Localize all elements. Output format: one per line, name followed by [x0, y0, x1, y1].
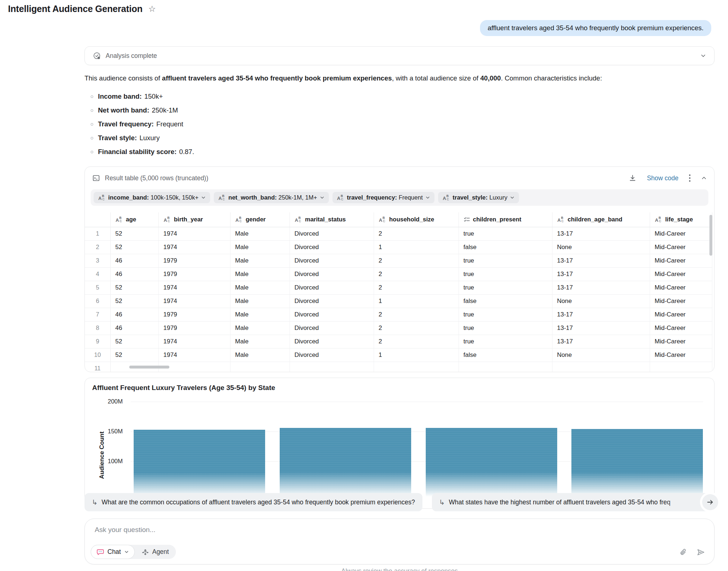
- row-number-cell: 9: [85, 335, 110, 348]
- table-header-row: ABCageABCbirth_yearABCgenderABCmarital_s…: [85, 212, 712, 227]
- gridline: [131, 402, 703, 402]
- filter-chip-travel_style[interactable]: ABCtravel_style: Luxury: [438, 192, 519, 203]
- attachment-paperclip-icon[interactable]: [679, 548, 688, 556]
- y-axis-tick: 200M: [97, 398, 123, 405]
- table-cell: 13-17: [552, 254, 650, 267]
- collapse-chevron-up-icon[interactable]: [701, 175, 707, 181]
- text-type-icon: ABC: [379, 216, 386, 223]
- agent-mode-label: Agent: [152, 548, 169, 556]
- result-table-card: Result table (5,000 rows (truncated)) Sh…: [84, 166, 715, 372]
- chat-mode-label: Chat: [107, 548, 121, 556]
- table-cell: [650, 362, 712, 372]
- horizontal-scrollbar[interactable]: [129, 366, 169, 369]
- text-type-icon: ABC: [655, 216, 662, 223]
- table-cell: true: [459, 321, 552, 335]
- table-row: 5521974MaleDivorced2true13-17Mid-Career: [85, 281, 712, 294]
- scroll-suggestions-right-button[interactable]: [702, 494, 718, 510]
- table-cell: 52: [110, 240, 158, 254]
- suggested-question-chip[interactable]: ↳What states have the highest number of …: [432, 493, 715, 511]
- row-number-cell: 7: [85, 308, 110, 321]
- bullet-icon: [91, 137, 93, 139]
- text-type-icon: ABC: [98, 194, 106, 201]
- table-cell: Divorced: [290, 254, 374, 267]
- chevron-down-icon[interactable]: [700, 53, 706, 59]
- bullet-icon: [91, 109, 93, 112]
- agent-mode-button[interactable]: Agent: [135, 548, 176, 556]
- column-header-age[interactable]: ABCage: [110, 212, 158, 227]
- table-cell: [290, 362, 374, 372]
- row-number-cell: 6: [85, 294, 110, 308]
- table-cell: Male: [230, 254, 290, 267]
- download-icon[interactable]: [629, 174, 637, 182]
- table-cell: 46: [110, 254, 158, 267]
- table-cell: Male: [230, 294, 290, 308]
- suggested-question-chip[interactable]: ↳What are the common occupations of affl…: [84, 493, 422, 511]
- table-cell: 1974: [158, 227, 230, 240]
- text-type-icon: ABC: [218, 194, 226, 201]
- row-number-cell: 8: [85, 321, 110, 335]
- state-bar[interactable]: [571, 429, 703, 499]
- table-cell: Divorced: [290, 335, 374, 348]
- column-header-life_stage[interactable]: ABClife_stage: [650, 212, 712, 227]
- characteristic-item: Net worth band:250k-1M: [84, 103, 715, 117]
- check-circle-icon: [93, 52, 101, 60]
- chart-title: Affluent Frequent Luxury Travelers (Age …: [92, 384, 275, 392]
- question-input[interactable]: [94, 525, 567, 534]
- table-cell: Mid-Career: [650, 240, 712, 254]
- column-header-marital_status[interactable]: ABCmarital_status: [290, 212, 374, 227]
- send-icon[interactable]: [696, 548, 705, 557]
- analysis-status-bar[interactable]: Analysis complete: [84, 46, 715, 65]
- table-row: 3461979MaleDivorced2true13-17Mid-Career: [85, 254, 712, 267]
- column-header-birth_year[interactable]: ABCbirth_year: [158, 212, 230, 227]
- table-cell: Mid-Career: [650, 254, 712, 267]
- row-number-cell: 3: [85, 254, 110, 267]
- chat-mode-button[interactable]: Chat: [91, 545, 135, 559]
- show-code-button[interactable]: Show code: [647, 174, 678, 182]
- table-cell: Male: [230, 348, 290, 362]
- column-header-children_present[interactable]: children_present: [459, 212, 552, 227]
- table-cell: Mid-Career: [650, 308, 712, 321]
- table-cell: 2: [374, 321, 459, 335]
- table-cell: Male: [230, 335, 290, 348]
- table-row: 7461979MaleDivorced2true13-17Mid-Career: [85, 308, 712, 321]
- column-header-household_size[interactable]: ABChousehold_size: [374, 212, 459, 227]
- column-header-gender[interactable]: ABCgender: [230, 212, 290, 227]
- result-table-header: Result table (5,000 rows (truncated)) Sh…: [85, 167, 714, 189]
- vertical-scrollbar[interactable]: [709, 215, 712, 256]
- filter-chip-travel_frequency[interactable]: ABCtravel_frequency: Frequent: [332, 192, 434, 203]
- suggested-questions-row: ↳What are the common occupations of affl…: [84, 493, 715, 511]
- composer-actions: [679, 548, 705, 557]
- more-options-icon[interactable]: [689, 174, 691, 182]
- table-cell: 46: [110, 308, 158, 321]
- analysis-status-text: Analysis complete: [106, 52, 157, 60]
- table-cell: false: [459, 348, 552, 362]
- filter-chip-net_worth_band[interactable]: ABCnet_worth_band: 250k-1M, 1M+: [214, 192, 328, 203]
- state-bar[interactable]: [426, 428, 557, 499]
- table-cell: 1979: [158, 321, 230, 335]
- bullet-icon: [91, 151, 93, 153]
- table-cell: Mid-Career: [650, 321, 712, 335]
- table-cell: Mid-Career: [650, 267, 712, 281]
- table-cell: Male: [230, 227, 290, 240]
- table-cell: 1979: [158, 308, 230, 321]
- table-cell: Mid-Career: [650, 281, 712, 294]
- table-cell: [230, 362, 290, 372]
- state-bar[interactable]: [134, 430, 265, 499]
- table-cell: 46: [110, 267, 158, 281]
- row-number-cell: 10: [85, 348, 110, 362]
- text-type-icon: ABC: [235, 216, 243, 223]
- table-cell: 2: [374, 335, 459, 348]
- table-cell: Mid-Career: [650, 348, 712, 362]
- table-cell: [552, 362, 650, 372]
- table-cell: 52: [110, 348, 158, 362]
- table-cell: 2: [374, 267, 459, 281]
- table-cell: 52: [110, 335, 158, 348]
- state-bar[interactable]: [280, 428, 411, 499]
- table-cell: 1974: [158, 335, 230, 348]
- column-header-children_age_band[interactable]: ABCchildren_age_band: [552, 212, 650, 227]
- text-type-icon: ABC: [337, 194, 345, 201]
- table-cell: 13-17: [552, 308, 650, 321]
- mode-chevron-down-icon: [124, 550, 129, 554]
- bullet-icon: [91, 123, 93, 126]
- filter-chip-income_band[interactable]: ABCincome_band: 100k-150k, 150k+: [94, 192, 210, 203]
